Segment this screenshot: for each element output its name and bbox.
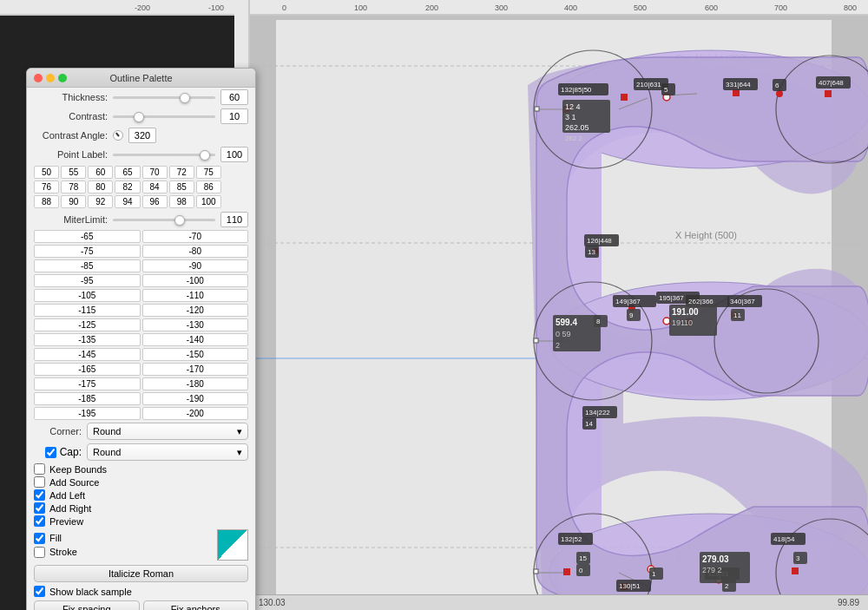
neg-125[interactable]: -125 (34, 318, 141, 331)
num-92[interactable]: 92 (88, 195, 113, 208)
svg-text:195|367: 195|367 (659, 294, 684, 302)
num-78[interactable]: 78 (61, 180, 86, 193)
neg-110[interactable]: -110 (142, 289, 249, 302)
right-label: Right (675, 346, 698, 357)
neg-70[interactable]: -70 (142, 230, 249, 243)
neg-170[interactable]: -170 (142, 363, 249, 376)
num-75[interactable]: 75 (196, 166, 221, 179)
show-black-sample-checkbox[interactable] (34, 586, 45, 597)
neg-80[interactable]: -80 (142, 245, 249, 258)
stroke-checkbox[interactable] (34, 547, 45, 558)
num-84[interactable]: 84 (142, 180, 168, 193)
neg-190[interactable]: -190 (142, 392, 249, 405)
svg-line-36 (619, 573, 648, 587)
svg-rect-22 (536, 85, 602, 549)
svg-text:2: 2 (725, 582, 729, 590)
svg-text:149|367: 149|367 (615, 298, 641, 305)
miter-limit-value[interactable]: 110 (220, 212, 248, 227)
svg-rect-111 (576, 564, 590, 576)
add-right-row: Add Right (27, 502, 255, 515)
svg-rect-16 (276, 20, 832, 594)
add-source-checkbox[interactable] (34, 476, 45, 488)
corner-select[interactable]: Round ▾ (87, 423, 248, 440)
maximize-btn[interactable] (58, 74, 67, 82)
num-98[interactable]: 98 (169, 195, 194, 208)
num-80[interactable]: 80 (88, 180, 113, 193)
add-left-checkbox[interactable] (34, 489, 45, 501)
neg-185[interactable]: -185 (34, 392, 141, 405)
fix-spacing-button[interactable]: Fix spacing (34, 600, 140, 610)
num-60[interactable]: 60 (88, 166, 113, 179)
number-grid-row1: 50 55 60 65 70 72 75 (34, 166, 248, 179)
svg-text:407|648: 407|648 (819, 79, 844, 87)
svg-point-27 (534, 282, 652, 400)
neg-90[interactable]: -90 (142, 259, 249, 272)
num-76[interactable]: 76 (34, 180, 59, 193)
cap-select[interactable]: Round ▾ (87, 443, 248, 461)
miter-limit-slider[interactable] (113, 219, 215, 221)
num-70[interactable]: 70 (142, 166, 168, 179)
contrast-angle-value[interactable]: 320 (128, 128, 156, 143)
fill-checkbox[interactable] (34, 533, 45, 544)
neg-180[interactable]: -180 (142, 377, 249, 390)
neg-75[interactable]: -75 (34, 245, 141, 258)
neg-165[interactable]: -165 (34, 363, 141, 376)
outline-palette: Outline Palette Thickness: 60 Contrast: … (26, 68, 256, 610)
neg-150[interactable]: -150 (142, 348, 249, 361)
point-label-value[interactable]: 100 (220, 147, 248, 162)
num-96[interactable]: 96 (142, 195, 168, 208)
cap-checkbox[interactable] (45, 447, 56, 458)
neg-130[interactable]: -130 (142, 318, 249, 331)
thickness-slider[interactable] (113, 96, 215, 99)
neg-65[interactable]: -65 (34, 230, 141, 243)
italicize-roman-button[interactable]: Italicize Roman (34, 565, 248, 582)
preview-checkbox[interactable] (34, 515, 45, 527)
num-85[interactable]: 85 (169, 180, 194, 193)
num-72[interactable]: 72 (169, 166, 194, 179)
node-5 (663, 94, 670, 101)
num-94[interactable]: 94 (115, 195, 140, 208)
neg-195[interactable]: -195 (34, 407, 141, 420)
num-55[interactable]: 55 (61, 166, 86, 179)
close-btn[interactable] (34, 74, 43, 82)
coord-labels-bottom: 134|222 14 132|52 130|51 329|51 418|54 (558, 406, 806, 592)
neg-200[interactable]: -200 (142, 407, 249, 420)
contrast-value[interactable]: 10 (220, 108, 248, 124)
status-right: 99.89 (838, 598, 859, 607)
svg-rect-109 (576, 552, 590, 564)
neg-145[interactable]: -145 (34, 348, 141, 361)
neg-85[interactable]: -85 (34, 259, 141, 272)
svg-point-47 (715, 576, 722, 583)
svg-text:0  59: 0 59 (556, 330, 571, 338)
svg-text:9: 9 (629, 312, 634, 319)
minimize-btn[interactable] (46, 74, 55, 82)
num-86[interactable]: 86 (196, 180, 221, 193)
fix-anchors-button[interactable]: Fix anchors (143, 600, 249, 610)
svg-rect-84 (627, 309, 641, 321)
neg-115[interactable]: -115 (34, 304, 141, 317)
neg-95[interactable]: -95 (34, 274, 141, 287)
neg-100[interactable]: -100 (142, 274, 249, 287)
neg-135[interactable]: -135 (34, 333, 141, 346)
node-6b (776, 90, 783, 97)
keep-bounds-checkbox[interactable] (34, 463, 45, 475)
contrast-slider[interactable] (113, 115, 215, 118)
canvas-svg: Cap Height (700) X Height (500) Baseline… (250, 16, 868, 610)
num-82[interactable]: 82 (115, 180, 140, 193)
num-65[interactable]: 65 (115, 166, 140, 179)
add-source-row: Add Source (27, 476, 255, 489)
num-90[interactable]: 90 (61, 195, 86, 208)
thickness-value[interactable]: 60 (220, 89, 248, 105)
neg-175[interactable]: -175 (34, 377, 141, 390)
num-88[interactable]: 88 (34, 195, 59, 208)
neg-120[interactable]: -120 (142, 304, 249, 317)
neg-140[interactable]: -140 (142, 333, 249, 346)
svg-rect-55 (723, 78, 758, 90)
neg-105[interactable]: -105 (34, 289, 141, 302)
num-50[interactable]: 50 (34, 166, 59, 179)
point-label-slider[interactable] (113, 154, 215, 156)
svg-rect-104 (771, 533, 806, 545)
num-100[interactable]: 100 (196, 195, 221, 208)
status-left: 130.03 (259, 598, 286, 607)
add-right-checkbox[interactable] (34, 502, 45, 514)
